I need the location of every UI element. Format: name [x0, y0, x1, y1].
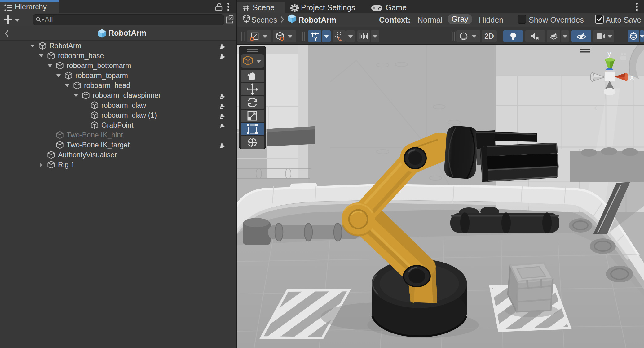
svg-text:‹: ‹ — [594, 102, 597, 112]
svg-text:x: x — [630, 73, 634, 81]
svg-text:Y: Y — [314, 36, 318, 41]
svg-text:y: y — [607, 49, 611, 58]
